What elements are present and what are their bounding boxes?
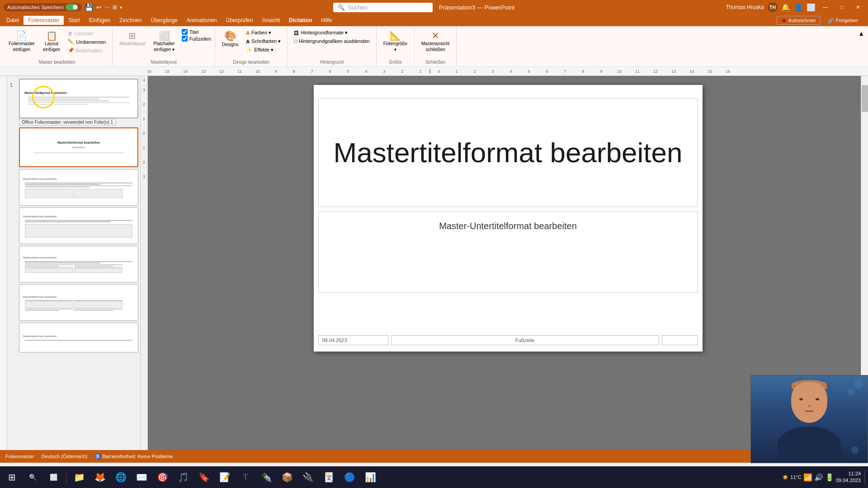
umbenennen-button[interactable]: ✏️ Umbenennen — [65, 38, 108, 46]
record-icon: ⏺ — [782, 18, 787, 23]
slide-title-box[interactable]: Mastertitelformat bearbeiten — [318, 99, 698, 207]
schriftarten-button[interactable]: A Schriftarten ▾ — [243, 38, 283, 45]
foliengroesse-button[interactable]: 📐 Foliengröße ▾ — [380, 29, 410, 54]
maximize-button[interactable]: □ — [835, 1, 848, 14]
notes-icon[interactable]: 📝 — [215, 467, 235, 487]
menubar: Datei Folienmaster Start Einfügen Zeichn… — [0, 14, 868, 26]
vertical-scroll-indicators: 4 3 2 1 0 1 2 3 — [141, 76, 148, 450]
farben-button[interactable]: A Farben ▾ — [243, 29, 283, 37]
menu-animationen[interactable]: Animationen — [182, 16, 222, 25]
titel-checkbox[interactable]: Titel — [182, 29, 211, 35]
show-desktop-button[interactable] — [864, 470, 866, 484]
ribbon-group-hintergrund: 🖼 Hintergrundformate ▾ □ Hintergrundgraf… — [288, 27, 376, 66]
effekte-button[interactable]: ✨ Effekte ▾ — [243, 46, 283, 54]
loeschen-icon: 🗑 — [68, 31, 73, 36]
search-bar[interactable]: 🔍 Suchen — [333, 3, 433, 12]
slide-thumb-5[interactable]: Mastertitelformat bearbeiten — [19, 246, 138, 282]
statusbar: Folienmaster Deutsch (Österreich) ♿ Barr… — [0, 450, 868, 463]
slide-thumb-7[interactable]: Mastertitelformat bearbeiten — [19, 323, 138, 352]
farben-icon: A — [246, 30, 250, 36]
webcam-person — [751, 375, 868, 463]
file-explorer-icon[interactable]: 📁 — [69, 467, 89, 487]
share-button[interactable]: 🔗 Freigeben — [823, 16, 863, 25]
masteransicht-schliessen-icon: ✕ — [432, 31, 439, 40]
slide-thumb-4[interactable]: Mastertitelformat bearbeiten — [19, 207, 138, 244]
menu-ansicht[interactable]: Ansicht — [258, 16, 284, 25]
menu-uebergaenge[interactable]: Übergänge — [146, 16, 182, 25]
menu-dictation[interactable]: Dictation — [284, 16, 316, 25]
footer-date-box[interactable]: 09.04.2023 — [318, 335, 388, 345]
hintergrund-label: Hintergrund — [291, 59, 372, 66]
slide-thumb-3[interactable]: Mastertitelformat bearbeiten — [19, 169, 138, 206]
pen-icon[interactable]: ✒️ — [256, 467, 276, 487]
start-button[interactable]: ⊞ — [2, 467, 22, 487]
slide-thumb-2[interactable]: Mastertitelformat bearbeiten bearbeiten — [19, 127, 138, 167]
menu-ueberpruefen[interactable]: Überprüfen — [222, 16, 258, 25]
layout-einfuegen-button[interactable]: 📋 Layout einfügen — [40, 29, 63, 54]
card-icon[interactable]: 🃏 — [319, 467, 339, 487]
quick-access-icon[interactable]: ⊞ — [113, 4, 117, 10]
slide-thumb-6[interactable]: Mastertitelformat bearbeiten — [19, 284, 138, 321]
folienmaster-einfuegen-button[interactable]: 📄 Folienmaster einfügen — [5, 29, 38, 54]
designs-button[interactable]: 🎨 Designs — [219, 29, 241, 49]
autosave-toggle[interactable]: Automatisches Speichern — [4, 3, 82, 11]
designs-icon: 🎨 — [224, 31, 236, 41]
collapse-ribbon-button[interactable]: ▲ — [856, 28, 866, 39]
masteransicht-schliessen-button[interactable]: ✕ Masteransicht schließen — [418, 29, 453, 54]
hintergrundformate-button[interactable]: 🖼 Hintergrundformate ▾ — [291, 29, 372, 37]
scroll-thumb[interactable] — [862, 85, 868, 112]
autosave-switch[interactable] — [66, 4, 78, 10]
volume-icon[interactable]: 🔊 — [814, 473, 823, 482]
bookmark-icon[interactable]: 🔖 — [194, 467, 214, 487]
undo-icon[interactable]: ↩ — [96, 4, 102, 11]
taskview-button[interactable]: ⬜ — [43, 467, 63, 487]
share-icon[interactable]: 👤 — [794, 3, 803, 12]
battery-icon[interactable]: 🔋 — [825, 473, 834, 482]
hintergrundgrafiken-button[interactable]: □ Hintergrundgrafiken ausblenden — [291, 38, 372, 45]
music-icon[interactable]: 🎵 — [173, 467, 193, 487]
slide-tooltip: Office Folienmaster: verwendet von Folie… — [19, 119, 116, 126]
redo-icon[interactable]: ↪ — [104, 4, 110, 11]
menu-start[interactable]: Start — [64, 16, 84, 25]
ribbon-group-design: 🎨 Designs A Farben ▾ A Schriftarten ▾ ✨ … — [215, 27, 288, 66]
help-icon[interactable]: 🔔 — [781, 3, 790, 12]
menu-einfuegen[interactable]: Einfügen — [85, 16, 115, 25]
footer-text-box[interactable]: Fußzeile — [391, 335, 659, 345]
titlebar-center: 🔍 Suchen Präsentation3 — PowerPoint — [333, 3, 514, 12]
slide-thumb-1[interactable]: Mastertitelformat bearbeiten ↖ — [19, 79, 138, 118]
ribbon-icon[interactable]: ⬜ — [807, 3, 816, 12]
footer-num-box[interactable] — [662, 335, 698, 345]
titlebar: Automatisches Speichern 💾 ↩ ↪ ⊞ ▾ 🔍 Such… — [0, 0, 868, 14]
circle-icon[interactable]: 🔵 — [340, 467, 359, 487]
platzhalter-button[interactable]: ⬜ Platzhalter einfügen ▾ — [151, 29, 178, 54]
menu-zeichnen[interactable]: Zeichnen — [115, 16, 146, 25]
firefox-icon[interactable]: 🦊 — [90, 467, 110, 487]
slide-subtitle-box[interactable]: Master-Untertitelformat bearbeiten — [318, 211, 698, 293]
record-button[interactable]: ⏺ Aufzeichnen — [777, 16, 821, 25]
quick-access-dropdown[interactable]: ▾ — [120, 5, 122, 10]
search-placeholder: Suchen — [348, 4, 368, 11]
fusszeilen-checkbox[interactable]: Fußzeilen — [182, 36, 211, 42]
powerpoint-icon[interactable]: 🎯 — [152, 467, 172, 487]
search-taskbar-button[interactable]: 🔍 — [23, 467, 42, 487]
slide-subtitle-text: Master-Untertitelformat bearbeiten — [439, 221, 577, 231]
menu-datei[interactable]: Datei — [2, 16, 24, 25]
masterlayout-label: Masterlayout — [116, 59, 211, 66]
minimize-button[interactable]: — — [819, 1, 832, 14]
hintergrundgrafiken-icon: □ — [294, 38, 297, 44]
package-icon[interactable]: 📦 — [277, 467, 297, 487]
save-icon[interactable]: 💾 — [85, 3, 94, 12]
excel-icon[interactable]: 📊 — [360, 467, 380, 487]
email-icon[interactable]: ✉️ — [132, 467, 151, 487]
chrome-icon[interactable]: 🌐 — [111, 467, 131, 487]
slide-panel[interactable]: 1 Mastertitelformat bearbeiten ↖ — [7, 76, 141, 450]
close-button[interactable]: ✕ — [852, 1, 864, 14]
menu-folienmaster[interactable]: Folienmaster — [24, 16, 64, 25]
teams-icon[interactable]: T — [236, 467, 255, 487]
menu-hilfe[interactable]: Hilfe — [316, 16, 336, 25]
foliengroesse-icon: 📐 — [390, 31, 401, 40]
network-icon[interactable]: 📶 — [803, 473, 812, 482]
plugin-icon[interactable]: 🔌 — [298, 467, 318, 487]
umbenennen-icon: ✏️ — [68, 39, 74, 45]
slide-canvas[interactable]: Mastertitelformat bearbeiten Master-Unte… — [314, 85, 703, 352]
